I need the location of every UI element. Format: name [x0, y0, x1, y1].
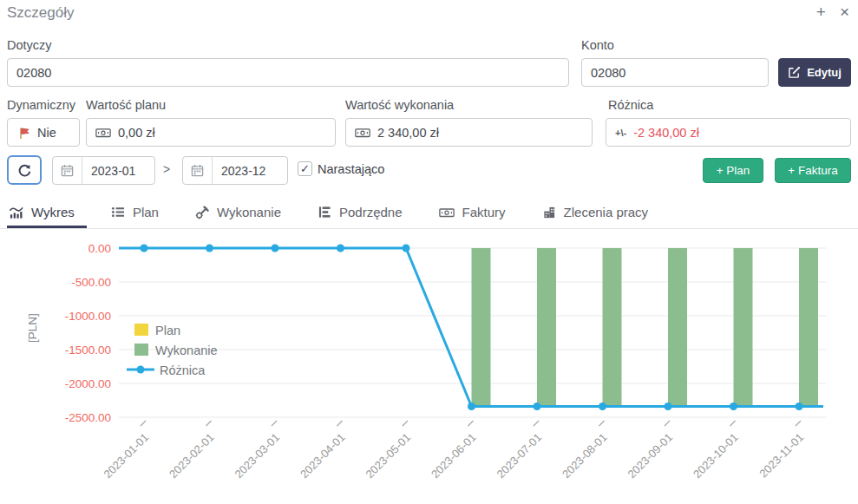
- tab-label: Wykres: [31, 205, 75, 219]
- roznica-value: -2 340,00 zł: [633, 126, 699, 140]
- refresh-button[interactable]: [7, 155, 42, 185]
- svg-text:2023-07-01: 2023-07-01: [494, 431, 544, 481]
- add-faktura-button-label: + Faktura: [788, 164, 837, 177]
- dotyczy-value: 02080: [16, 66, 51, 80]
- svg-text:-500.00: -500.00: [71, 276, 111, 289]
- tab-label: Podrzędne: [339, 205, 403, 219]
- tab-bar: Wykres Plan Wykonanie Podrzędne Faktury …: [0, 199, 858, 229]
- dotyczy-field[interactable]: 02080: [7, 58, 569, 87]
- add-icon[interactable]: +: [816, 3, 826, 20]
- gavel-icon: [195, 206, 209, 219]
- page-title: Szczegóły: [7, 4, 74, 22]
- svg-text:2023-03-01: 2023-03-01: [232, 431, 282, 481]
- tab-label: Zlecenia pracy: [564, 205, 649, 219]
- tab-label: Faktury: [462, 205, 506, 219]
- svg-text:2023-04-01: 2023-04-01: [298, 431, 348, 481]
- svg-text:0.00: 0.00: [88, 242, 111, 255]
- svg-text:-2500.00: -2500.00: [65, 411, 111, 424]
- svg-text:Plan: Plan: [155, 324, 180, 337]
- narastajaco-label: Narastająco: [318, 162, 384, 176]
- svg-text:Wykonanie: Wykonanie: [155, 344, 218, 357]
- wartosc-planu-label: Wartość planu: [86, 98, 166, 112]
- building-icon: [542, 206, 556, 219]
- svg-text:-2000.00: -2000.00: [65, 377, 111, 390]
- tab-zlecenia-pracy[interactable]: Zlecenia pracy: [540, 199, 661, 228]
- svg-text:2023-08-01: 2023-08-01: [560, 431, 610, 481]
- konto-field[interactable]: 02080: [581, 58, 769, 87]
- svg-text:-1000.00: -1000.00: [65, 310, 111, 323]
- close-icon[interactable]: ×: [840, 3, 849, 20]
- dynamiczny-field[interactable]: Nie: [7, 118, 80, 147]
- tab-podrzedne[interactable]: Podrzędne: [316, 199, 415, 228]
- roznica-label: Różnica: [608, 98, 653, 112]
- svg-text:2023-01-01: 2023-01-01: [101, 431, 151, 481]
- list-icon: [111, 206, 125, 219]
- tab-label: Plan: [133, 205, 159, 219]
- edit-button[interactable]: Edytuj: [778, 58, 851, 87]
- range-separator: >: [163, 162, 170, 176]
- svg-text:2023-06-01: 2023-06-01: [429, 431, 479, 481]
- wartosc-wykonania-field[interactable]: 2 340,00 zł: [345, 118, 593, 147]
- dotyczy-label: Dotyczy: [7, 38, 52, 52]
- refresh-icon: [17, 163, 32, 178]
- dynamiczny-value: Nie: [37, 126, 56, 140]
- calendar-icon: [53, 157, 82, 184]
- svg-text:[PLN]: [PLN]: [26, 313, 39, 343]
- svg-text:2023-09-01: 2023-09-01: [625, 431, 675, 481]
- svg-text:2023-02-01: 2023-02-01: [167, 431, 217, 481]
- roznica-field[interactable]: +\- -2 340,00 zł: [606, 118, 851, 147]
- wartosc-planu-field[interactable]: 0,00 zł: [86, 118, 336, 147]
- flag-icon: [16, 126, 30, 140]
- tab-label: Wykonanie: [217, 205, 281, 219]
- svg-text:2023-11-01: 2023-11-01: [756, 431, 806, 481]
- banknote-icon: [439, 206, 455, 219]
- edit-button-label: Edytuj: [807, 66, 842, 79]
- date-from-value: 2023-01: [82, 157, 144, 184]
- wartosc-wykonania-value: 2 340,00 zł: [377, 126, 439, 140]
- tab-faktury[interactable]: Faktury: [437, 199, 518, 228]
- calendar-icon: [183, 157, 213, 184]
- plus-minus-icon: +\-: [615, 128, 626, 138]
- tab-wykres[interactable]: Wykres: [7, 199, 87, 228]
- konto-value: 02080: [591, 66, 625, 80]
- banknote-icon: [95, 127, 111, 139]
- tab-wykonanie[interactable]: Wykonanie: [193, 199, 293, 228]
- wartosc-wykonania-label: Wartość wykonania: [345, 98, 454, 112]
- narastajaco-checkbox[interactable]: [298, 161, 312, 176]
- add-plan-button[interactable]: + Plan: [703, 158, 763, 183]
- wartosc-planu-value: 0,00 zł: [118, 126, 155, 140]
- date-to-value: 2023-12: [213, 157, 274, 184]
- combo-chart: 0.00-500.00-1000.00-1500.00-2000.00-2500…: [0, 231, 858, 504]
- svg-text:Różnica: Różnica: [160, 363, 206, 377]
- konto-label: Konto: [581, 38, 614, 52]
- add-plan-button-label: + Plan: [717, 164, 750, 177]
- edit-pencil-icon: [788, 66, 801, 79]
- date-to-input[interactable]: 2023-12: [182, 156, 288, 185]
- svg-text:2023-05-01: 2023-05-01: [363, 431, 413, 481]
- chart-icon: [9, 206, 23, 219]
- date-from-input[interactable]: 2023-01: [52, 156, 155, 185]
- dynamiczny-label: Dynamiczny: [7, 98, 75, 112]
- tab-plan[interactable]: Plan: [109, 199, 171, 228]
- banknote-icon: [355, 127, 370, 139]
- window-actions: + ×: [816, 3, 849, 20]
- tree-icon: [318, 206, 331, 219]
- add-faktura-button[interactable]: + Faktura: [775, 158, 851, 183]
- svg-text:2023-10-01: 2023-10-01: [691, 431, 741, 481]
- svg-text:-1500.00: -1500.00: [65, 344, 111, 357]
